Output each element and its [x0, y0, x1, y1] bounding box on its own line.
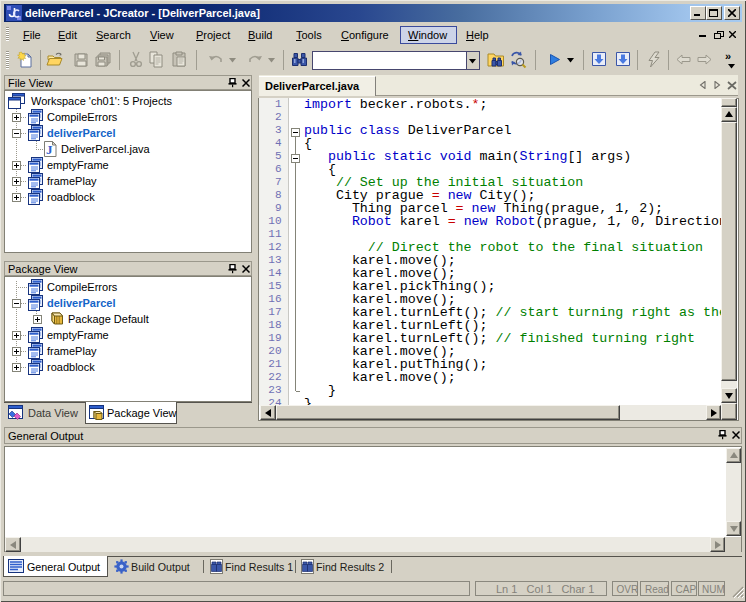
svg-text:J: J	[46, 142, 53, 157]
